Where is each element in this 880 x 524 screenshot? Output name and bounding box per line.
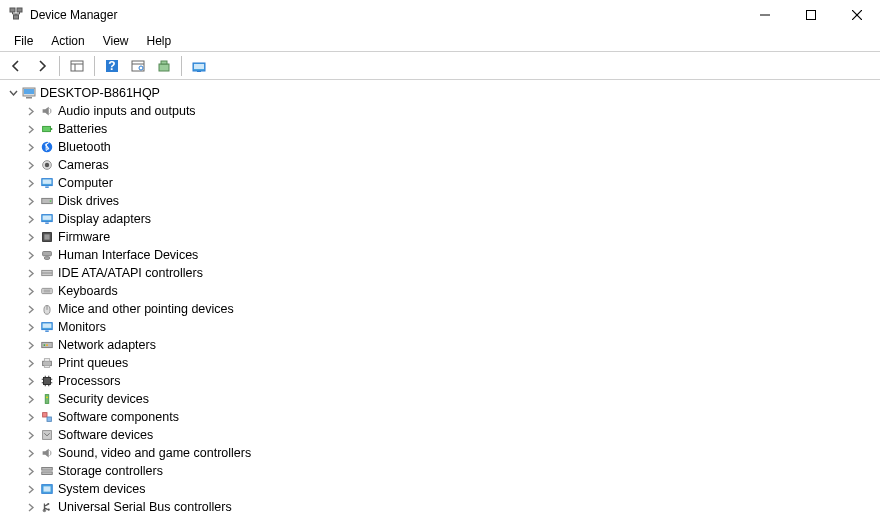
maximize-button[interactable] xyxy=(788,0,834,30)
menu-help[interactable]: Help xyxy=(139,32,180,50)
menu-action[interactable]: Action xyxy=(43,32,92,50)
tree-category-swcomp[interactable]: Software components xyxy=(6,408,874,426)
svg-rect-49 xyxy=(45,331,49,332)
tree-category-system[interactable]: System devices xyxy=(6,480,874,498)
tree-category-audio[interactable]: Audio inputs and outputs xyxy=(6,102,874,120)
forward-button[interactable] xyxy=(30,55,54,77)
tree-category-label: Keyboards xyxy=(58,284,118,298)
scan-hardware-button[interactable] xyxy=(126,55,150,77)
tree-category-storage[interactable]: Storage controllers xyxy=(6,462,874,480)
chevron-right-icon[interactable] xyxy=(24,143,38,152)
chevron-right-icon[interactable] xyxy=(24,449,38,458)
tree-category-label: Universal Serial Bus controllers xyxy=(58,500,232,514)
tree-category-cameras[interactable]: Cameras xyxy=(6,156,874,174)
tree-category-disk[interactable]: Disk drives xyxy=(6,192,874,210)
chevron-right-icon[interactable] xyxy=(24,323,38,332)
chevron-right-icon[interactable] xyxy=(24,377,38,386)
menu-view[interactable]: View xyxy=(95,32,137,50)
tree-category-network[interactable]: Network adapters xyxy=(6,336,874,354)
network-icon xyxy=(39,337,55,353)
svg-rect-22 xyxy=(26,97,32,99)
chevron-right-icon[interactable] xyxy=(24,305,38,314)
chevron-right-icon[interactable] xyxy=(24,359,38,368)
tree-category-label: Mice and other pointing devices xyxy=(58,302,234,316)
svg-point-52 xyxy=(46,344,48,346)
properties-button[interactable] xyxy=(187,55,211,77)
tree-category-swdev[interactable]: Software devices xyxy=(6,426,874,444)
svg-rect-23 xyxy=(43,126,51,131)
svg-rect-35 xyxy=(45,223,49,224)
tree-category-label: Processors xyxy=(58,374,121,388)
back-button[interactable] xyxy=(4,55,28,77)
chevron-right-icon[interactable] xyxy=(24,233,38,242)
chevron-right-icon[interactable] xyxy=(24,251,38,260)
svg-rect-68 xyxy=(47,417,51,421)
swdev-icon xyxy=(39,427,55,443)
tree-root[interactable]: DESKTOP-B861HQP xyxy=(6,84,874,102)
svg-rect-21 xyxy=(24,89,34,94)
chevron-right-icon[interactable] xyxy=(24,467,38,476)
chevron-right-icon[interactable] xyxy=(24,125,38,134)
add-legacy-hardware-button[interactable] xyxy=(152,55,176,77)
tree-category-print[interactable]: Print queues xyxy=(6,354,874,372)
tree-category-label: Firmware xyxy=(58,230,110,244)
usb-icon xyxy=(39,499,55,515)
svg-rect-24 xyxy=(51,128,53,130)
chevron-right-icon[interactable] xyxy=(24,161,38,170)
show-hide-console-tree-button[interactable] xyxy=(65,55,89,77)
window-title: Device Manager xyxy=(30,8,117,22)
tree-category-ide[interactable]: IDE ATA/ATAPI controllers xyxy=(6,264,874,282)
sound-icon xyxy=(39,445,55,461)
tree-category-sound[interactable]: Sound, video and game controllers xyxy=(6,444,874,462)
tree-category-label: System devices xyxy=(58,482,146,496)
device-tree[interactable]: DESKTOP-B861HQP Audio inputs and outputs… xyxy=(0,80,880,524)
tree-category-processors[interactable]: Processors xyxy=(6,372,874,390)
disk-icon xyxy=(39,193,55,209)
chevron-right-icon[interactable] xyxy=(24,287,38,296)
chevron-right-icon[interactable] xyxy=(24,395,38,404)
svg-point-76 xyxy=(48,509,50,511)
chevron-right-icon[interactable] xyxy=(24,341,38,350)
chevron-right-icon[interactable] xyxy=(24,107,38,116)
tree-category-label: Disk drives xyxy=(58,194,119,208)
svg-rect-54 xyxy=(44,359,49,362)
chevron-right-icon[interactable] xyxy=(24,485,38,494)
tree-category-label: Print queues xyxy=(58,356,128,370)
chevron-right-icon[interactable] xyxy=(24,503,38,512)
tree-category-keyboards[interactable]: Keyboards xyxy=(6,282,874,300)
chevron-down-icon[interactable] xyxy=(6,89,20,98)
tree-category-mice[interactable]: Mice and other pointing devices xyxy=(6,300,874,318)
tree-category-bluetooth[interactable]: Bluetooth xyxy=(6,138,874,156)
help-button[interactable]: ? xyxy=(100,55,124,77)
tree-category-usb[interactable]: Universal Serial Bus controllers xyxy=(6,498,874,516)
toolbar-separator xyxy=(181,56,182,76)
devmgr-icon xyxy=(8,6,24,25)
mice-icon xyxy=(39,301,55,317)
tree-category-security[interactable]: Security devices xyxy=(6,390,874,408)
svg-point-14 xyxy=(139,66,143,70)
svg-rect-30 xyxy=(45,187,49,188)
tree-category-label: Security devices xyxy=(58,392,149,406)
tree-category-firmware[interactable]: Firmware xyxy=(6,228,874,246)
chevron-right-icon[interactable] xyxy=(24,197,38,206)
svg-rect-75 xyxy=(47,503,49,505)
tree-category-display[interactable]: Display adapters xyxy=(6,210,874,228)
tree-category-hid[interactable]: Human Interface Devices xyxy=(6,246,874,264)
svg-point-51 xyxy=(44,344,46,346)
chevron-right-icon[interactable] xyxy=(24,215,38,224)
computer-root-icon xyxy=(21,85,37,101)
svg-point-27 xyxy=(45,163,49,167)
svg-rect-1 xyxy=(17,8,22,12)
cameras-icon xyxy=(39,157,55,173)
chevron-right-icon[interactable] xyxy=(24,413,38,422)
tree-category-computer[interactable]: Computer xyxy=(6,174,874,192)
tree-category-monitors[interactable]: Monitors xyxy=(6,318,874,336)
tree-category-label: Network adapters xyxy=(58,338,156,352)
minimize-button[interactable] xyxy=(742,0,788,30)
close-button[interactable] xyxy=(834,0,880,30)
chevron-right-icon[interactable] xyxy=(24,179,38,188)
menu-file[interactable]: File xyxy=(6,32,41,50)
chevron-right-icon[interactable] xyxy=(24,269,38,278)
chevron-right-icon[interactable] xyxy=(24,431,38,440)
tree-category-batteries[interactable]: Batteries xyxy=(6,120,874,138)
